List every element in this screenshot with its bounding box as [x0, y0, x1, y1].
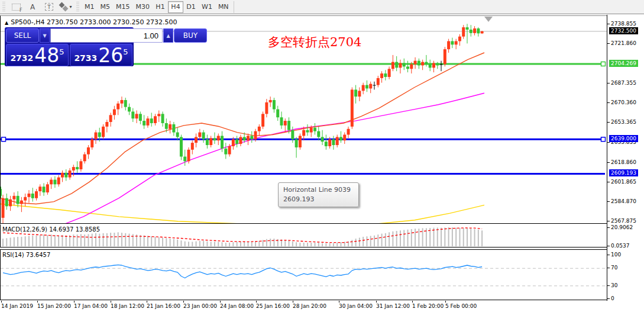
- hline-handle[interactable]: [601, 137, 606, 142]
- timeframe-button-h4[interactable]: H4: [168, 1, 183, 13]
- arrows-icon[interactable]: ▾: [59, 1, 72, 13]
- candle: [243, 137, 246, 140]
- candle: [217, 136, 220, 140]
- buy-quote[interactable]: 2733265: [70, 44, 132, 66]
- timeframe-button-m5[interactable]: M5: [98, 1, 114, 13]
- chart-shift-icon[interactable]: [484, 17, 493, 22]
- expand-triangle-icon[interactable]: ▲: [5, 20, 8, 25]
- candle: [57, 178, 60, 185]
- candle: [466, 27, 469, 30]
- candle: [332, 139, 335, 145]
- candle: [410, 65, 413, 69]
- candle: [458, 37, 461, 41]
- candle: [221, 136, 224, 148]
- toolbar-grip[interactable]: [76, 2, 79, 12]
- volume-decrease-button[interactable]: ▼: [40, 28, 50, 43]
- time-label: 25 Jan 16:00: [256, 303, 290, 309]
- candle: [339, 137, 342, 140]
- candle: [165, 123, 168, 129]
- candle: [425, 62, 428, 65]
- toolbar-grip[interactable]: [2, 2, 5, 12]
- candle: [27, 194, 30, 197]
- axis-tick: [607, 162, 610, 163]
- time-axis[interactable]: 14 Jan 201915 Jan 20:0017 Jan 04:0018 Ja…: [0, 301, 644, 315]
- time-label: 30 Jan 04:00: [339, 303, 373, 309]
- price-label: 2567.875: [611, 218, 636, 224]
- toolbar-separator: [234, 1, 234, 13]
- chart-text-annotation[interactable]: 多空转折点2704: [268, 34, 361, 50]
- volume-increase-button[interactable]: ▲: [163, 28, 173, 43]
- candle: [69, 171, 72, 178]
- candle: [414, 61, 417, 65]
- time-label: 23 Jan 00:00: [183, 303, 217, 309]
- price-axis[interactable]: 2738.8552721.8602687.3552670.3602653.365…: [607, 15, 644, 301]
- time-tick: [74, 301, 75, 303]
- candle: [31, 194, 34, 198]
- candle: [113, 110, 116, 115]
- rsi-panel[interactable]: [0, 249, 607, 300]
- candle: [43, 187, 46, 192]
- candle: [470, 30, 473, 33]
- time-tick: [339, 301, 339, 303]
- time-tick: [293, 301, 293, 303]
- tooltip-value: 2609.193: [283, 195, 354, 204]
- candle: [191, 143, 194, 150]
- timeframe-button-m1[interactable]: M1: [82, 1, 98, 13]
- price-label: 30: [611, 282, 617, 288]
- buy-button[interactable]: BUY: [174, 28, 207, 43]
- sell-quote[interactable]: 2732485: [6, 44, 69, 66]
- candle: [351, 89, 354, 126]
- axis-tick: [607, 102, 610, 103]
- candle: [235, 139, 238, 144]
- hline-handle[interactable]: [601, 62, 606, 66]
- candle: [64, 173, 67, 178]
- candle: [146, 118, 149, 126]
- time-label: 28 Jan 20:00: [293, 303, 326, 309]
- sell-button[interactable]: SELL: [6, 28, 39, 43]
- candle: [250, 136, 253, 139]
- time-tick: [256, 301, 257, 303]
- timeframe-button-m30[interactable]: M30: [133, 1, 153, 13]
- price-label: 20.9062: [611, 224, 633, 230]
- candle: [154, 116, 157, 123]
- price-label: 2601.865: [611, 179, 636, 185]
- chevron-down-icon[interactable]: ▾: [69, 4, 72, 9]
- timeframe-button-mn[interactable]: MN: [215, 1, 232, 13]
- time-tick: [111, 301, 111, 303]
- price-label: 2721.860: [611, 40, 636, 46]
- candle: [317, 131, 320, 137]
- text-label-icon[interactable]: T: [43, 1, 56, 13]
- axis-tick: [607, 43, 610, 44]
- candle: [358, 91, 361, 97]
- candle: [180, 137, 183, 156]
- candle: [306, 130, 309, 133]
- candle: [53, 180, 56, 185]
- timeframe-button-d1[interactable]: D1: [183, 1, 199, 13]
- axis-tick: [607, 268, 610, 268]
- candle: [76, 167, 79, 169]
- text-icon[interactable]: A: [26, 1, 39, 13]
- axis-tick: [607, 221, 610, 221]
- timeframe-button-h1[interactable]: H1: [153, 1, 168, 13]
- candle: [232, 139, 235, 146]
- candle: [451, 41, 454, 45]
- candle: [46, 184, 49, 192]
- fibonacci-icon[interactable]: F: [9, 1, 22, 13]
- time-tick: [376, 301, 377, 303]
- time-label: 24 Jan 08:00: [220, 303, 254, 309]
- toolbar: F A T ▾ M1M5M15M30H1H4D1W1MN: [0, 0, 644, 14]
- time-tick: [183, 301, 184, 303]
- candle: [61, 173, 64, 178]
- hline-handle[interactable]: [2, 137, 6, 142]
- price-label: 2738.855: [611, 21, 636, 27]
- time-tick: [412, 301, 413, 303]
- time-tick: [37, 301, 38, 303]
- candle: [269, 100, 272, 102]
- candle: [473, 28, 476, 33]
- price-label: 2670.360: [611, 99, 636, 105]
- timeframe-button-m15[interactable]: M15: [113, 1, 133, 13]
- price-label-boxed: 2732.500: [609, 27, 638, 34]
- tooltip-title: Horizontal Line 9039: [283, 185, 354, 195]
- timeframe-button-w1[interactable]: W1: [199, 1, 215, 13]
- volume-input[interactable]: [50, 28, 163, 43]
